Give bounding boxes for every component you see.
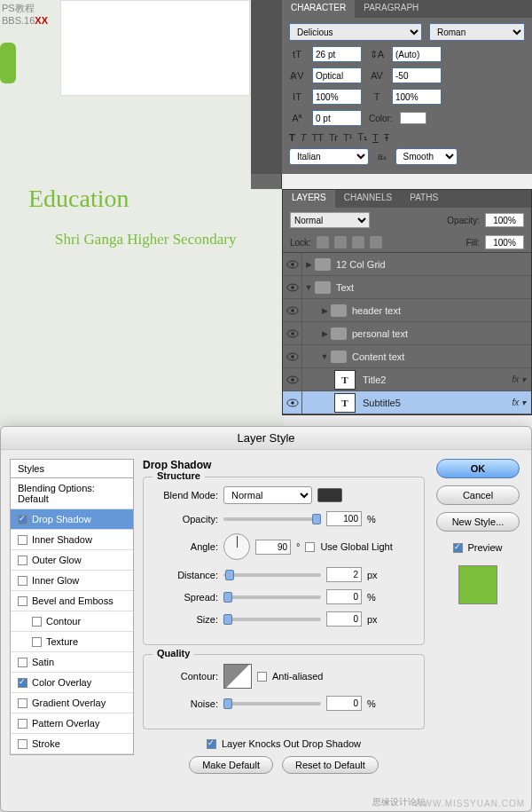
tracking-input[interactable] (392, 67, 442, 83)
style-item[interactable]: Texture (11, 632, 133, 652)
leading-input[interactable] (392, 46, 442, 62)
tab-channels[interactable]: CHANNELS (335, 190, 401, 208)
new-style-button[interactable]: New Style... (436, 512, 520, 532)
tab-paths[interactable]: PATHS (401, 190, 447, 208)
layer-blend-mode[interactable]: Normal (290, 212, 370, 228)
size-slider[interactable] (223, 618, 321, 621)
style-item[interactable]: Contour (11, 611, 133, 632)
subscript-button[interactable]: T₁ (357, 131, 367, 143)
layer-row[interactable]: TTitle2fx ▾ (283, 368, 531, 391)
distance-slider[interactable] (223, 573, 321, 577)
style-item[interactable]: Satin (11, 652, 133, 673)
style-item[interactable]: Outer Glow (11, 550, 133, 571)
italic-button[interactable]: T (301, 132, 307, 143)
disclosure-arrow-icon[interactable]: ▶ (302, 260, 315, 269)
style-checkbox[interactable] (18, 535, 27, 545)
fx-badge[interactable]: fx ▾ (512, 398, 526, 407)
ok-button[interactable]: OK (436, 459, 520, 478)
reset-default-button[interactable]: Reset to Default (282, 756, 379, 774)
layer-row[interactable]: TSubtitle5fx ▾ (283, 391, 531, 414)
lock-position-icon[interactable] (352, 236, 364, 248)
knockout-checkbox[interactable] (207, 739, 216, 749)
underline-button[interactable]: T (372, 132, 379, 143)
visibility-eye-icon[interactable] (283, 253, 302, 275)
fx-badge[interactable]: fx ▾ (512, 374, 526, 384)
opacity-input[interactable] (326, 511, 362, 526)
layer-fill-input[interactable] (485, 235, 524, 249)
style-item[interactable]: Bevel and Emboss (11, 591, 133, 611)
layer-opacity-input[interactable] (485, 213, 524, 227)
style-item[interactable]: Pattern Overlay (11, 713, 133, 734)
allcaps-button[interactable]: TT (311, 132, 323, 143)
layer-row[interactable]: ▶personal text (283, 322, 531, 345)
style-item[interactable]: Inner Glow (11, 571, 133, 591)
kerning-select[interactable] (312, 67, 362, 83)
style-item[interactable]: Drop Shadow (11, 509, 133, 530)
layer-row[interactable]: ▶header text (283, 299, 531, 322)
style-checkbox[interactable] (18, 739, 27, 749)
disclosure-arrow-icon[interactable]: ▼ (318, 352, 331, 361)
shadow-color-swatch[interactable] (317, 488, 342, 502)
style-checkbox[interactable] (18, 556, 27, 565)
layer-row[interactable]: ▼Text (283, 276, 531, 299)
noise-input[interactable] (326, 696, 362, 711)
font-size-input[interactable] (312, 46, 362, 62)
tab-layers[interactable]: LAYERS (283, 190, 335, 208)
visibility-eye-icon[interactable] (283, 345, 302, 367)
size-input[interactable] (326, 611, 362, 627)
style-checkbox[interactable] (18, 576, 27, 586)
style-checkbox[interactable] (18, 678, 27, 688)
lock-pixels-icon[interactable] (334, 236, 347, 248)
style-checkbox[interactable] (32, 637, 42, 647)
baseline-input[interactable] (312, 110, 362, 126)
blending-options-item[interactable]: Blending Options: Default (11, 478, 133, 509)
lock-transparent-icon[interactable] (317, 236, 329, 248)
distance-input[interactable] (326, 567, 362, 582)
style-checkbox[interactable] (18, 698, 27, 708)
font-family-select[interactable]: Delicious (289, 23, 422, 41)
hscale-input[interactable] (392, 89, 442, 105)
font-style-select[interactable]: Roman (429, 23, 525, 41)
smallcaps-button[interactable]: Tr (329, 132, 338, 143)
vscale-input[interactable] (312, 89, 362, 105)
lock-all-icon[interactable] (370, 236, 382, 248)
antialias-select[interactable]: Smooth (395, 148, 458, 165)
style-item[interactable]: Gradient Overlay (11, 693, 133, 713)
style-item[interactable]: Color Overlay (11, 673, 133, 693)
bold-button[interactable]: T (289, 132, 295, 143)
spread-slider[interactable] (223, 595, 321, 599)
cancel-button[interactable]: Cancel (436, 485, 520, 505)
disclosure-arrow-icon[interactable]: ▶ (318, 306, 331, 315)
language-select[interactable]: Italian (289, 148, 369, 165)
superscript-button[interactable]: T¹ (343, 132, 352, 143)
angle-input[interactable] (255, 540, 291, 555)
blend-mode-select[interactable]: Normal (223, 486, 312, 504)
style-item[interactable]: Inner Shadow (11, 530, 133, 550)
styles-header[interactable]: Styles (10, 459, 134, 477)
strikethrough-button[interactable]: Ŧ (384, 132, 390, 143)
layer-row[interactable]: ▼Content text (283, 345, 531, 368)
style-checkbox[interactable] (18, 658, 27, 667)
style-checkbox[interactable] (18, 719, 27, 729)
style-checkbox[interactable] (32, 617, 42, 627)
noise-slider[interactable] (223, 702, 321, 706)
contour-picker[interactable] (223, 664, 252, 689)
tab-paragraph[interactable]: PARAGRAPH (355, 0, 427, 18)
style-item[interactable]: Stroke (11, 734, 133, 754)
style-checkbox[interactable] (18, 515, 27, 524)
angle-dial[interactable] (223, 533, 250, 560)
layer-row[interactable]: ▶12 Col Grid (283, 253, 531, 276)
global-light-checkbox[interactable] (305, 542, 315, 552)
opacity-slider[interactable] (223, 517, 321, 521)
spread-input[interactable] (326, 589, 362, 604)
text-color-swatch[interactable] (400, 112, 426, 124)
visibility-eye-icon[interactable] (283, 322, 302, 344)
tab-character[interactable]: CHARACTER (282, 0, 355, 18)
visibility-eye-icon[interactable] (283, 391, 302, 414)
make-default-button[interactable]: Make Default (189, 756, 273, 774)
preview-checkbox[interactable] (453, 543, 463, 553)
visibility-eye-icon[interactable] (283, 299, 302, 321)
anti-aliased-checkbox[interactable] (257, 672, 267, 682)
style-checkbox[interactable] (18, 596, 27, 606)
visibility-eye-icon[interactable] (283, 368, 302, 390)
